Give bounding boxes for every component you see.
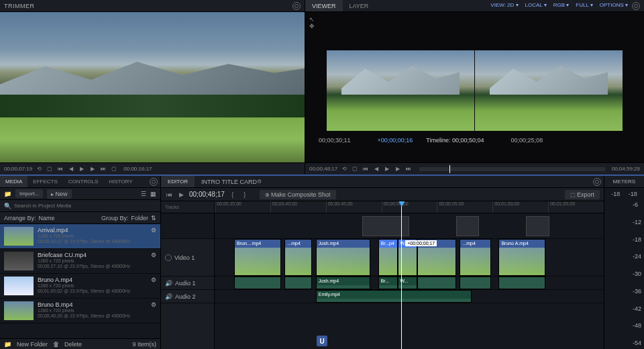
grid-view-icon[interactable]: ▦ (150, 191, 156, 197)
delete-button[interactable]: Delete (64, 341, 82, 348)
prev-icon[interactable]: ⏮ (362, 166, 370, 172)
loop-icon[interactable]: ⟲ (340, 166, 348, 172)
tab-viewer[interactable]: VIEWER (305, 0, 343, 11)
next-icon[interactable]: ⏭ (405, 166, 413, 172)
track-header-video1[interactable]: Video 1 (161, 239, 214, 277)
folder-icon: 📁 (4, 341, 11, 348)
media-item[interactable]: Bruno A.mp4 1280 x 720 pixels 00;01;05;0… (0, 274, 160, 299)
audio-clip[interactable] (460, 277, 490, 289)
view-rgb[interactable]: RGB ▾ (551, 2, 572, 10)
view-mode[interactable]: VIEW: 2D ▾ (488, 2, 521, 10)
video-clip[interactable]: ...mp4 (460, 239, 490, 276)
play-icon[interactable]: ▶ (78, 166, 86, 172)
viewer-tc-right: 00;00;25;08 (511, 137, 543, 144)
audio-clip[interactable] (498, 277, 545, 289)
gear-icon[interactable]: ⚙ (151, 227, 156, 246)
view-full[interactable]: FULL ▾ (573, 2, 596, 10)
view-local[interactable]: LOCAL ▾ (523, 2, 549, 10)
video-clip[interactable]: Josh.mp4 (316, 239, 370, 276)
in-icon[interactable]: ▢ (46, 166, 54, 172)
mark-in-icon[interactable]: { (229, 191, 237, 198)
viewer-tc-left: 00;00;30;11 (319, 137, 351, 144)
skip-start-icon[interactable]: ⏮ (165, 191, 173, 198)
audio-clip[interactable]: Emily.mp4 (316, 290, 472, 303)
step-back-icon[interactable]: ◀ (372, 166, 380, 172)
tab-effects[interactable]: EFFECTS (28, 176, 62, 187)
pointer-icon[interactable]: ↖✥ (309, 16, 315, 30)
step-back-icon[interactable]: ◀ (67, 166, 75, 172)
tab-editor[interactable]: EDITOR (161, 176, 195, 187)
gear-icon[interactable] (292, 2, 301, 10)
new-folder-button[interactable]: New Folder (17, 341, 48, 348)
tab-history[interactable]: HISTORY (103, 176, 138, 187)
loop-icon[interactable]: ⟲ (35, 166, 43, 172)
play-icon[interactable]: ▶ (177, 191, 185, 198)
play-icon[interactable]: ▶ (383, 166, 391, 172)
step-fwd-icon[interactable]: ▶ (89, 166, 97, 172)
eye-icon[interactable] (165, 254, 172, 261)
audio-clip[interactable]: Br... (378, 277, 398, 289)
video-clip[interactable]: Bruno A.mp4 (498, 239, 545, 276)
trimmer-preview[interactable] (0, 12, 305, 162)
playhead[interactable] (401, 201, 402, 349)
viewer-bar-right: 00;04;59;28 (612, 166, 640, 172)
viewer-panel: VIEWER LAYER VIEW: 2D ▾ LOCAL ▾ RGB ▾ FU… (305, 0, 644, 174)
track-header-audio2[interactable]: 🔊Audio 2 (161, 290, 214, 303)
tab-intro[interactable]: INTRO TITLE CARD ⚙ (195, 176, 268, 187)
arrange-label: Arrange By: (4, 215, 36, 221)
audio-clip[interactable] (284, 277, 312, 289)
viewer-frame-b (475, 50, 623, 131)
app-logo[interactable]: U (317, 336, 327, 346)
mark-out-icon[interactable]: } (241, 191, 249, 198)
tab-media[interactable]: MEDIA (0, 176, 28, 187)
out-icon[interactable]: ▢ (110, 166, 118, 172)
new-button[interactable]: ▸ New (47, 189, 71, 199)
editor-timecode[interactable]: 00;00;48;17 (189, 191, 225, 198)
list-view-icon[interactable]: ☰ (141, 191, 146, 197)
video-clip[interactable]: Br...p4 (378, 239, 398, 276)
speaker-icon[interactable]: 🔊 (165, 293, 172, 300)
video-clip[interactable]: Brun....mp4 (234, 239, 281, 276)
viewer-scrubber[interactable] (419, 167, 604, 171)
tab-layer[interactable]: LAYER (343, 0, 376, 11)
prev-icon[interactable]: ⏮ (56, 166, 64, 172)
next-icon[interactable]: ⏭ (99, 166, 107, 172)
arrange-value[interactable]: Name (39, 215, 55, 221)
gear-icon[interactable] (632, 2, 640, 10)
gear-icon[interactable] (150, 178, 158, 186)
video-clip[interactable]: ...mp4 (284, 239, 312, 276)
folder-icon: 📁 (4, 191, 11, 197)
speaker-icon[interactable]: 🔊 (165, 280, 172, 287)
step-fwd-icon[interactable]: ▶ (394, 166, 402, 172)
media-list: Arrival.mp4 1280 x 720 pixels 00;00;16;1… (0, 224, 160, 338)
composite-button[interactable]: ⊕ Make Composite Shot (260, 190, 336, 199)
export-button[interactable]: ⬚ Export (565, 190, 600, 199)
search-input[interactable] (14, 203, 156, 209)
tab-controls[interactable]: CONTROLS (63, 176, 103, 187)
gear-icon[interactable]: ⚙ (151, 301, 156, 320)
viewer-frame-a (327, 50, 474, 131)
import-button[interactable]: Import... (15, 189, 43, 198)
audio-clip[interactable] (234, 277, 281, 289)
audio-clip[interactable]: W... (398, 277, 417, 289)
gear-icon[interactable] (593, 178, 601, 186)
meter-ch-left: -18 (611, 191, 620, 197)
sort-icon[interactable]: ⇅ (151, 215, 156, 221)
view-options[interactable]: OPTIONS ▾ (597, 2, 631, 10)
track-header-audio1[interactable]: 🔊Audio 1 (161, 277, 214, 290)
viewer-preview[interactable]: ↖✥ 00;00;30;11 +00;00;00;16 Timeline: 00… (305, 12, 644, 162)
media-item[interactable]: Bruno B.mp4 1280 x 720 pixels 00;00;40;2… (0, 299, 160, 323)
group-value[interactable]: Folder (131, 215, 148, 221)
gear-icon[interactable]: ⚙ (151, 252, 156, 270)
audio-clip[interactable]: Josh.mp4 (316, 277, 370, 289)
trash-icon: 🗑 (53, 341, 59, 348)
audio-clip[interactable] (417, 277, 456, 289)
trimmer-title: TRIMMER (4, 3, 35, 9)
gear-icon[interactable]: ⚙ (151, 277, 156, 295)
trimmer-tc-left: 00;00;07;19 (4, 166, 32, 172)
in-icon[interactable]: ▢ (351, 166, 359, 172)
meters-panel: METERS -18 -18 -6-12-18-24-30-36-42-48-5… (604, 176, 644, 349)
timeline-area[interactable]: 00;00;35;0000;00;40;0000;00;45;0000;00;5… (215, 201, 604, 349)
media-item[interactable]: Briefcase CU.mp4 1280 x 720 pixels 00;00… (0, 249, 160, 274)
media-item[interactable]: Arrival.mp4 1280 x 720 pixels 00;00;16;1… (0, 224, 160, 249)
